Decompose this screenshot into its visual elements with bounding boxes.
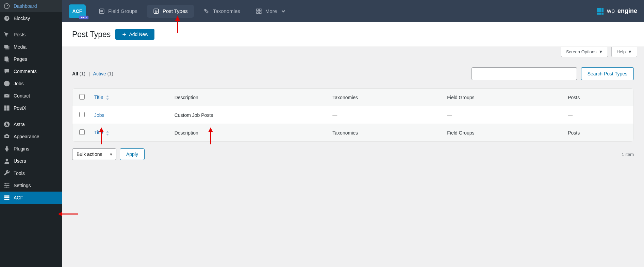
- sidebar-item-jobs[interactable]: Jobs: [0, 77, 62, 90]
- sort-icon: [106, 95, 109, 100]
- topnav-label: Post Types: [163, 8, 188, 14]
- sidebar-item-label: PostX: [14, 105, 26, 111]
- sidebar-item-dashboard[interactable]: Dashboard: [0, 0, 62, 12]
- row-posts: —: [563, 106, 633, 124]
- acf-logo-text: ACF: [72, 8, 82, 14]
- media-icon: [3, 43, 10, 50]
- select-all-checkbox[interactable]: [79, 94, 85, 100]
- col-title[interactable]: Title: [89, 89, 170, 106]
- top-nav: ACF PRO Field Groups Post Types Taxonomi…: [62, 0, 644, 22]
- acf-icon: [3, 194, 10, 201]
- svg-rect-44: [599, 13, 601, 15]
- sort-icon: [106, 131, 109, 136]
- topnav-more[interactable]: More: [250, 5, 293, 18]
- sidebar-item-contact[interactable]: Contact: [0, 90, 62, 102]
- topnav-label: Taxonomies: [213, 8, 240, 14]
- sidebar-item-acf[interactable]: ACF: [0, 192, 62, 204]
- row-field-groups: —: [442, 106, 563, 124]
- svg-rect-36: [259, 12, 261, 13]
- filter-active[interactable]: Active: [93, 71, 106, 76]
- svg-rect-40: [597, 10, 599, 12]
- svg-rect-6: [6, 58, 9, 62]
- sidebar-item-posts[interactable]: Posts: [0, 29, 62, 41]
- sidebar-item-label: Appearance: [14, 134, 39, 139]
- sidebar-item-appearance[interactable]: Appearance: [0, 130, 62, 143]
- sidebar-item-label: Contact: [14, 93, 30, 99]
- svg-rect-17: [4, 185, 10, 186]
- blocksy-icon: B: [3, 15, 10, 22]
- col-field-groups: Field Groups: [442, 89, 563, 106]
- topnav-post-types[interactable]: Post Types: [147, 5, 194, 18]
- sidebar-item-users[interactable]: Users: [0, 155, 62, 167]
- more-icon: [256, 8, 262, 14]
- tools-icon: [3, 170, 10, 177]
- col-taxonomies: Taxonomies: [328, 89, 442, 106]
- sidebar-item-tools[interactable]: Tools: [0, 167, 62, 179]
- svg-rect-11: [7, 106, 10, 108]
- postx-icon: [3, 105, 10, 111]
- svg-rect-33: [257, 9, 258, 11]
- svg-rect-39: [601, 8, 604, 10]
- users-icon: [3, 158, 10, 164]
- screen-options-tab[interactable]: Screen Options ▼: [561, 47, 608, 57]
- table-header-row: Title Description Taxonomies Field Group…: [72, 89, 633, 106]
- sidebar-item-label: Tools: [14, 171, 25, 176]
- sidebar-item-blocksy[interactable]: B Blocksy: [0, 12, 62, 24]
- filter-all[interactable]: All: [72, 71, 78, 76]
- acf-logo[interactable]: ACF PRO: [69, 4, 86, 18]
- post-types-icon: [153, 8, 159, 14]
- contact-icon: [3, 92, 10, 99]
- svg-point-19: [5, 183, 6, 184]
- apply-button[interactable]: Apply: [120, 148, 145, 160]
- items-count: 1 item: [622, 152, 634, 157]
- sidebar-item-media[interactable]: Media: [0, 41, 62, 53]
- topnav-field-groups[interactable]: Field Groups: [93, 5, 144, 18]
- search-input[interactable]: [472, 67, 577, 80]
- svg-rect-43: [597, 13, 599, 15]
- annotation-arrow: [58, 211, 78, 217]
- col-posts: Posts: [563, 89, 633, 106]
- plus-icon: [121, 32, 127, 37]
- sidebar-item-settings[interactable]: Settings: [0, 179, 62, 192]
- sidebar-item-astra[interactable]: Astra: [0, 118, 62, 130]
- bulk-actions-row: Bulk actions Apply 1 item: [62, 142, 644, 167]
- sidebar-item-label: Dashboard: [14, 3, 37, 9]
- row-title-link[interactable]: Jobs: [94, 112, 104, 118]
- bulk-actions-select[interactable]: Bulk actions: [72, 148, 116, 160]
- caret-down-icon: ▼: [628, 49, 632, 54]
- settings-icon: [3, 182, 10, 189]
- svg-text:B: B: [5, 16, 8, 20]
- sidebar-item-label: ACF: [14, 195, 23, 200]
- help-tab[interactable]: Help ▼: [611, 47, 637, 57]
- sidebar-item-comments[interactable]: Comments: [0, 65, 62, 77]
- svg-rect-45: [601, 13, 604, 15]
- svg-rect-34: [259, 9, 261, 11]
- wpengine-logo[interactable]: wpengine: [596, 7, 637, 15]
- svg-rect-37: [597, 8, 599, 10]
- topnav-label: More: [265, 8, 277, 14]
- jobs-icon: [3, 80, 10, 87]
- add-new-button[interactable]: Add New: [115, 29, 154, 40]
- sidebar-item-plugins[interactable]: Plugins: [0, 143, 62, 155]
- sidebar-item-pages[interactable]: Pages: [0, 53, 62, 65]
- table-row: Jobs Custom Job Posts — — —: [72, 106, 633, 124]
- sidebar-item-postx[interactable]: PostX: [0, 102, 62, 114]
- row-checkbox[interactable]: [79, 112, 85, 117]
- col-title-footer[interactable]: Title: [89, 124, 170, 142]
- filter-all-count: (1): [80, 71, 85, 76]
- filters-row: All (1) | Active (1) Search Post Types: [62, 57, 644, 84]
- page-title: Post Types: [72, 30, 111, 39]
- help-label: Help: [616, 49, 626, 54]
- search-button[interactable]: Search Post Types: [581, 67, 634, 80]
- appearance-icon: [3, 133, 10, 140]
- row-taxonomies: —: [328, 106, 442, 124]
- sidebar-item-label: Plugins: [14, 146, 29, 152]
- svg-rect-12: [4, 108, 7, 111]
- sidebar-item-label: Posts: [14, 32, 26, 37]
- sidebar-item-label: Blocksy: [14, 16, 30, 21]
- topnav-taxonomies[interactable]: Taxonomies: [197, 5, 246, 18]
- select-all-checkbox-footer[interactable]: [79, 129, 85, 135]
- chevron-down-icon: [280, 8, 286, 14]
- svg-point-32: [205, 10, 206, 11]
- astra-icon: [3, 121, 10, 128]
